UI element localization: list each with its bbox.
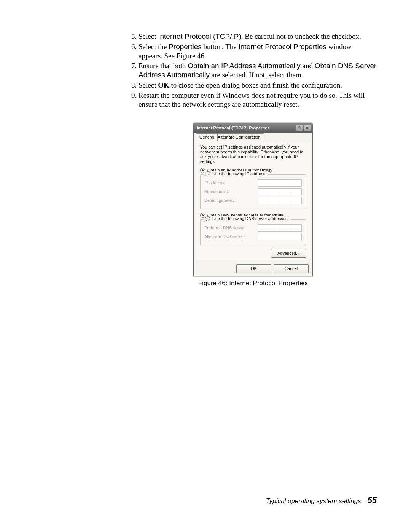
dialog-title: Internet Protocol (TCP/IP) Properties — [197, 126, 295, 130]
tab-panel-general: You can get IP settings assigned automat… — [196, 141, 310, 261]
row-default-gateway: Default gateway: ... — [204, 197, 302, 204]
advanced-button[interactable]: Advanced... — [271, 249, 306, 258]
figure-caption: Figure 46: Internet Protocol Properties — [198, 280, 308, 287]
alternate-dns-field[interactable]: ... — [258, 233, 302, 240]
step-9: Restart the computer even if Windows doe… — [139, 91, 377, 109]
help-icon[interactable]: ? — [296, 125, 303, 131]
row-alternate-dns: Alternate DNS server: ... — [204, 233, 302, 240]
page-number: 55 — [368, 495, 377, 505]
footer-text: Typical operating system settings — [266, 497, 361, 505]
group-dns-manual: Use the following DNS server addresses: … — [200, 219, 306, 245]
tab-alternate-configuration[interactable]: Alternate Configuration — [214, 133, 264, 141]
tab-general[interactable]: General — [196, 133, 218, 141]
dialog-titlebar: Internet Protocol (TCP/IP) Properties ? … — [194, 123, 312, 133]
cancel-button[interactable]: Cancel — [274, 264, 309, 273]
row-subnet-mask: Subnet mask: ... — [204, 188, 302, 195]
instruction-list: Select Internet Protocol (TCP/IP). Be ca… — [129, 32, 377, 109]
group-ip-manual: Use the following IP address: IP address… — [200, 174, 306, 209]
subnet-mask-field[interactable]: ... — [258, 188, 302, 195]
page-footer: Typical operating system settings 55 — [266, 495, 377, 505]
ip-address-field[interactable]: ... — [258, 179, 302, 187]
tcpip-properties-dialog: Internet Protocol (TCP/IP) Properties ? … — [193, 123, 313, 276]
radio-icon — [205, 171, 210, 176]
dialog-description: You can get IP settings assigned automat… — [200, 145, 306, 164]
dialog-footer: OK Cancel — [196, 261, 310, 274]
close-icon[interactable]: × — [304, 125, 311, 131]
step-5: Select Internet Protocol (TCP/IP). Be ca… — [139, 32, 377, 41]
radio-ip-manual[interactable]: Use the following IP address: — [204, 171, 268, 176]
row-ip-address: IP address: ... — [204, 179, 302, 187]
step-8: Select OK to close the open dialog boxes… — [139, 81, 377, 90]
step-6: Select the Properties button. The Intern… — [139, 42, 377, 61]
row-preferred-dns: Preferred DNS server: ... — [204, 224, 302, 232]
step-7: Ensure that both Obtain an IP Address Au… — [139, 61, 377, 80]
preferred-dns-field[interactable]: ... — [258, 224, 302, 232]
default-gateway-field[interactable]: ... — [258, 197, 302, 204]
radio-icon — [205, 216, 210, 221]
tab-strip: General Alternate Configuration — [196, 133, 310, 141]
ok-button[interactable]: OK — [236, 264, 271, 273]
radio-dns-manual[interactable]: Use the following DNS server addresses: — [204, 216, 290, 221]
